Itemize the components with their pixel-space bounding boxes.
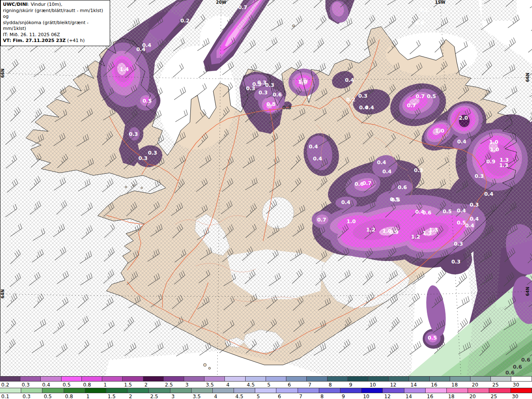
legend-cell <box>225 377 245 381</box>
legend-cell <box>192 388 213 393</box>
legend-tick-label: 8 <box>320 394 324 399</box>
legend-tick-label: 0.8 <box>83 382 91 388</box>
legend-tick-label: 2 <box>129 394 132 399</box>
legend-tick-label: 9 <box>349 382 352 388</box>
legend-cell <box>276 388 298 393</box>
legend-tick-label: 14 <box>406 394 412 399</box>
legend-cell <box>511 377 532 381</box>
precip-value-label: 1.3 <box>499 162 508 168</box>
legend-cell <box>123 377 143 381</box>
precip-value-label: 0.3 <box>138 155 148 161</box>
legend-cell <box>21 388 42 393</box>
legend-tick-label: 0.8 <box>65 394 73 399</box>
legend-cell <box>85 388 106 393</box>
legend-cell <box>184 377 204 381</box>
precip-value-label: 1.3 <box>429 227 438 233</box>
precip-value-label: 1.0 <box>298 79 307 85</box>
legend-tick-label: 20 <box>472 382 478 388</box>
title-line-2: rigning/skúrir (grænt/blátt/rautt - mm/1… <box>3 8 108 20</box>
legend-cell <box>298 388 319 393</box>
legend-cell <box>383 388 404 393</box>
precip-value-label: 0.4 <box>470 216 479 222</box>
legend-tick-label: 25 <box>491 394 497 399</box>
legend-cell <box>204 377 225 381</box>
precip-value-label: 0.7 <box>407 102 416 108</box>
legend-tick-label: 7 <box>308 382 311 388</box>
precip-value-label: 0.4 <box>457 207 466 214</box>
precip-value-label: 0.7 <box>416 93 425 99</box>
precip-value-label: 0.5 <box>428 335 437 341</box>
rain-colorbar <box>0 388 532 393</box>
precip-value-label: 0.3 <box>358 93 367 99</box>
legend-tick-label: 0.5 <box>44 394 52 399</box>
precip-value-label: 0.3 <box>259 89 268 96</box>
legend-cell <box>362 388 383 393</box>
legend-tick-label: 1 <box>86 394 90 399</box>
legend-cell <box>447 388 468 393</box>
legend-cell <box>20 377 41 381</box>
legend-tick-label: 1 <box>103 382 107 388</box>
sleet-colorbar <box>0 376 532 382</box>
legend-cell <box>511 388 532 393</box>
precip-value-label: 1.2 <box>411 234 420 240</box>
precip-value-label: 0.4 <box>345 77 354 83</box>
precip-value-label: 0.9 <box>389 229 399 235</box>
legend-cell <box>368 377 389 381</box>
legend-cell <box>340 388 362 393</box>
precip-value-label: 0.4 <box>136 46 145 52</box>
parallel-label: 64N <box>0 289 5 298</box>
legend-tick-label: 8 <box>329 382 332 388</box>
iceland-weather-map: 20W15W66N66N64N64N 0.70.20.20.20.40.41.4… <box>0 0 532 376</box>
precip-value-label: 1.0 <box>435 128 444 134</box>
precip-value-label: 0.4 <box>341 199 350 205</box>
legend-cell <box>489 388 510 393</box>
legend-cell <box>234 388 255 393</box>
legend-tick-label: 18 <box>448 394 454 399</box>
legend-tick-label: 6 <box>288 382 291 388</box>
legend-cell <box>409 377 429 381</box>
title-line-1: UWC/DINI: Vindur (10m), <box>3 2 108 8</box>
precip-value-label: 0.5 <box>391 197 400 203</box>
precip-value-label: 0.3 <box>129 131 138 137</box>
precip-value-label: 0.4 <box>309 143 318 150</box>
precip-value-label: 0.3 <box>451 259 461 265</box>
precip-value-label: 0.4 <box>377 159 386 165</box>
legend-tick-label: 1.5 <box>124 382 132 388</box>
precip-value-label: 0.7 <box>238 4 247 10</box>
precip-value-label: 1.0 <box>490 146 499 153</box>
legend-cell <box>82 377 102 381</box>
legend-cell <box>42 388 64 393</box>
legend-tick-label: 4.5 <box>247 382 255 388</box>
precip-value-label: 0.6 <box>521 357 530 363</box>
legend-cell <box>213 388 234 393</box>
precip-value-label: 2.0 <box>459 115 468 121</box>
legend-tick-label: 18 <box>451 382 458 388</box>
precip-value-label: 0.4 <box>465 222 474 229</box>
precip-value-label: 0.6 <box>422 209 431 216</box>
precip-value-label: 0.2 <box>415 20 424 26</box>
precip-value-label: 0.6 <box>505 369 515 376</box>
title-line-4: IT: Mið. 26. 11. 2025 06Z <box>3 32 108 38</box>
legend-tick-label: 2.5 <box>150 394 158 399</box>
legend-cell <box>246 377 266 381</box>
legend-cell <box>0 377 20 381</box>
legend-cell <box>328 377 348 381</box>
legend-tick-label: 9 <box>342 394 345 399</box>
precip-value-label: 0.7 <box>317 217 326 223</box>
legend-tick-label: 3 <box>185 382 189 388</box>
legend-cell <box>319 388 340 393</box>
legend-cell <box>468 388 489 393</box>
precip-value-label: 0.2 <box>346 96 355 103</box>
legend-tick-label: 4 <box>227 382 230 388</box>
precip-value-label: 0.4 <box>484 191 493 197</box>
legend-cell <box>470 377 491 381</box>
precip-value-label: 0.5 <box>443 208 452 214</box>
legend-cell <box>170 388 192 393</box>
precip-value-label: 0.7 <box>362 180 372 186</box>
legend-tick-label: 16 <box>431 382 437 388</box>
legend-cell <box>307 377 327 381</box>
parallel-label: 66N <box>0 69 5 78</box>
legend-tick-label: 5 <box>267 382 271 388</box>
precip-value-label: 0.3 <box>475 173 484 179</box>
precip-value-label: 0.5 <box>427 93 436 99</box>
